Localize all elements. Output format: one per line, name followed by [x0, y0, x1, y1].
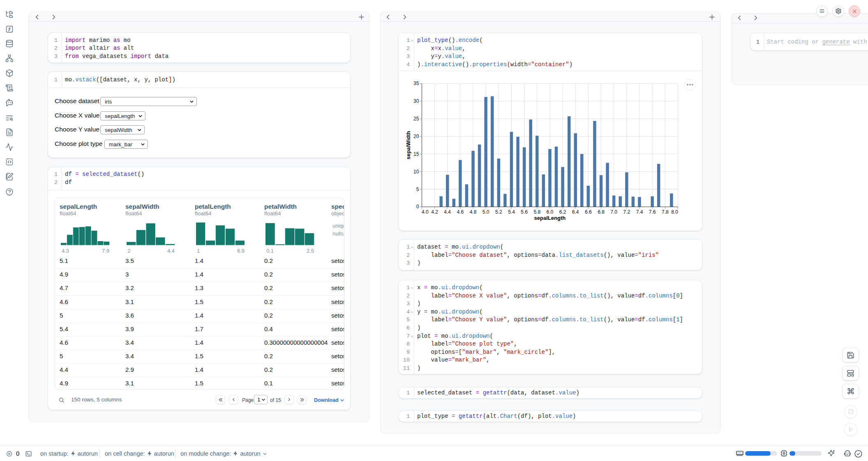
svg-text:5: 5 — [416, 187, 419, 192]
svg-text:5.4: 5.4 — [508, 209, 515, 215]
svg-text:sepalLength: sepalLength — [534, 215, 566, 221]
svg-text:8.0: 8.0 — [671, 209, 678, 215]
svg-text:15: 15 — [413, 151, 419, 157]
svg-text:0: 0 — [416, 204, 419, 210]
svg-text:4.2: 4.2 — [431, 209, 438, 215]
svg-text:4.4: 4.4 — [444, 209, 451, 215]
svg-text:4.0: 4.0 — [422, 209, 429, 215]
svg-text:6.6: 6.6 — [585, 209, 592, 215]
svg-text:35: 35 — [413, 81, 419, 86]
svg-text:6.8: 6.8 — [598, 209, 605, 215]
svg-text:7.4: 7.4 — [636, 209, 643, 215]
svg-text:4.6: 4.6 — [457, 209, 464, 215]
svg-text:5.8: 5.8 — [533, 209, 540, 215]
svg-text:10: 10 — [413, 169, 419, 175]
svg-text:7.2: 7.2 — [623, 209, 630, 215]
svg-text:6.2: 6.2 — [559, 209, 566, 215]
svg-text:7.0: 7.0 — [610, 209, 617, 215]
svg-text:5.0: 5.0 — [482, 209, 489, 215]
svg-text:7.6: 7.6 — [649, 209, 656, 215]
svg-text:5.6: 5.6 — [521, 209, 528, 215]
svg-text:5.2: 5.2 — [495, 209, 502, 215]
svg-text:25: 25 — [413, 116, 419, 122]
svg-text:30: 30 — [413, 98, 419, 104]
svg-text:7.8: 7.8 — [662, 209, 669, 215]
svg-text:6.4: 6.4 — [572, 209, 579, 215]
svg-text:20: 20 — [413, 134, 419, 139]
svg-text:6.0: 6.0 — [547, 209, 554, 215]
svg-text:sepalWidth: sepalWidth — [405, 131, 411, 159]
svg-text:4.8: 4.8 — [470, 209, 477, 215]
